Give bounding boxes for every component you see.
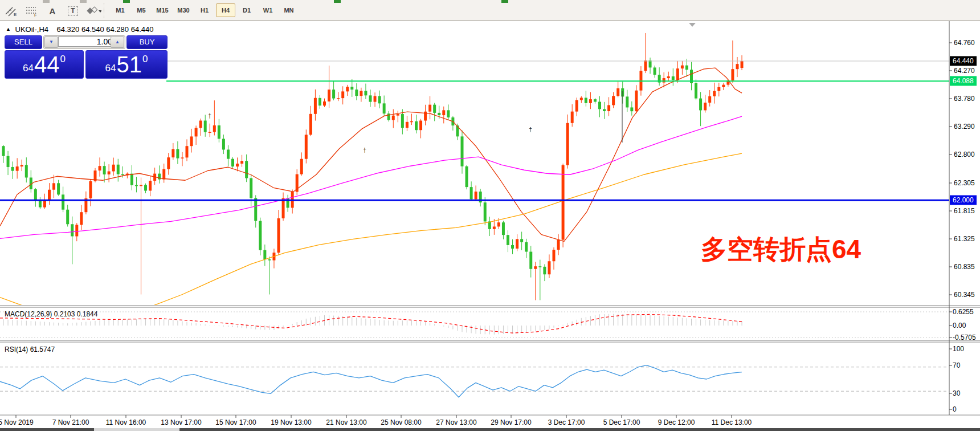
cropped-toolbar-icon [123, 0, 130, 3]
time-tick-label: 11 Nov 16:00 [106, 418, 146, 426]
time-tick-label: 13 Nov 17:00 [161, 418, 201, 426]
indicator-tick-label: 0.00 [953, 322, 966, 330]
sell-button[interactable]: SELL [5, 35, 42, 49]
svg-text:F: F [34, 13, 37, 17]
chart-cross-marker-icon: † [529, 126, 532, 133]
text-tool-icon[interactable]: A [44, 4, 60, 18]
price-tick-label: 62.305 [954, 179, 975, 187]
sell-price-handle: 64 [23, 63, 34, 74]
time-tick-label: 5 Nov 2019 [0, 418, 34, 426]
price-tick-label: 64.760 [954, 39, 975, 47]
time-tick-label: 5 Dec 17:00 [603, 418, 640, 426]
indicator-tick-label: 100 [953, 345, 964, 353]
cropped-toolbar-icon [43, 0, 50, 3]
buy-price-pips: 51 [116, 53, 142, 76]
macd-indicator-label: MACD(12,26,9) 0.2103 0.1844 [5, 310, 97, 318]
timeframe-button-m1[interactable]: M1 [111, 3, 130, 17]
time-tick-label: 21 Nov 13:00 [326, 418, 366, 426]
svg-text:E: E [14, 12, 17, 17]
timeframe-button-m15[interactable]: M15 [153, 3, 172, 17]
symbol-period-label: UKOil-,H4 [15, 25, 49, 34]
equidistant-channel-icon[interactable]: E [3, 4, 19, 18]
sell-price-pips: 44 [34, 53, 60, 76]
indicator-tick-label: 70 [953, 361, 960, 369]
sell-price-point: 0 [60, 54, 65, 65]
time-tick-label: 15 Nov 17:00 [215, 418, 256, 426]
price-tick-label: 63.290 [954, 123, 975, 131]
cropped-toolbar-icon [334, 0, 341, 3]
fibonacci-lines-icon[interactable]: F [24, 4, 40, 18]
price-tick-label: 60.345 [954, 291, 975, 299]
volume-input[interactable] [58, 36, 115, 47]
window-bottom-edge-segment [94, 428, 179, 431]
collapse-trade-panel-icon[interactable]: ▲ [6, 26, 11, 32]
one-click-trade-panel: SELL ▼ ▲ BUY 64 44 0 64 51 0 [5, 35, 166, 79]
volume-stepper: ▼ ▲ [43, 35, 125, 49]
time-tick-label: 27 Nov 13:00 [436, 418, 476, 426]
right-shift-marker-icon [689, 23, 696, 27]
timeframe-button-m30[interactable]: M30 [174, 3, 193, 17]
price-level-badge: 64.440 [950, 56, 977, 66]
text-label-tool-icon[interactable]: T [65, 4, 81, 18]
buy-price-point: 0 [142, 54, 148, 65]
cropped-toolbar-icon [501, 0, 508, 3]
buy-price-display[interactable]: 64 51 0 [85, 50, 168, 79]
shapes-tool-icon[interactable] [85, 4, 101, 18]
price-tick-label: 62.800 [954, 151, 975, 158]
indicator-tick-label: 0.6255 [953, 308, 974, 316]
indicator-tick-label: 30 [953, 389, 960, 397]
ohlc-readout: 64.320 64.540 64.280 64.440 [57, 25, 154, 34]
volume-increase-button[interactable]: ▲ [111, 36, 124, 48]
main-toolbar: EFAT M1M5M15M30H1H4D1W1MN [0, 0, 980, 21]
volume-decrease-button[interactable]: ▼ [44, 36, 58, 48]
buy-button[interactable]: BUY [126, 35, 168, 49]
time-tick-label: 29 Nov 17:00 [491, 418, 531, 426]
chart-annotation-text: 多空转折点64 [701, 234, 861, 265]
window-bottom-edge [0, 428, 980, 431]
timeframe-button-m5[interactable]: M5 [132, 3, 151, 17]
timeframe-button-mn[interactable]: MN [279, 3, 299, 17]
price-tick-label: 61.815 [954, 207, 975, 215]
timeframe-bar: M1M5M15M30H1H4D1W1MN [111, 3, 299, 17]
toolbar-separator [104, 3, 104, 18]
timeframe-button-w1[interactable]: W1 [258, 3, 277, 17]
time-tick-label: 7 Nov 21:00 [52, 418, 89, 426]
time-tick-label: 19 Nov 13:00 [271, 418, 311, 426]
price-tick-label: 64.270 [954, 67, 975, 75]
time-tick-label: 11 Dec 13:00 [712, 418, 752, 426]
buy-price-handle: 64 [105, 63, 116, 74]
timeframe-button-h1[interactable]: H1 [195, 3, 214, 17]
time-tick-label: 25 Nov 08:00 [381, 418, 421, 426]
time-tick-label: 3 Dec 17:00 [548, 418, 585, 426]
time-tick-label: 9 Dec 12:00 [658, 418, 695, 426]
price-tick-label: 61.325 [954, 235, 975, 243]
timeframe-button-h4[interactable]: H4 [216, 3, 235, 17]
price-tick-label: 63.780 [954, 95, 975, 103]
sell-price-display[interactable]: 64 44 0 [5, 50, 84, 79]
indicator-tick-label: -0.5705 [953, 334, 976, 341]
indicator-tick-label: 0 [953, 405, 957, 413]
chart-cross-marker-icon: † [208, 112, 211, 119]
cropped-toolbar-icon [80, 0, 87, 3]
price-level-badge: 62.000 [950, 196, 977, 205]
price-level-badge: 64.088 [950, 76, 977, 86]
timeframe-button-d1[interactable]: D1 [237, 3, 256, 17]
chart-cross-marker-icon: † [363, 147, 366, 153]
rsi-indicator-label: RSI(14) 61.5747 [5, 345, 55, 353]
price-tick-label: 60.835 [954, 263, 975, 271]
chart-title: ▲ UKOil-,H4 64.320 64.540 64.280 64.440 [6, 25, 153, 34]
